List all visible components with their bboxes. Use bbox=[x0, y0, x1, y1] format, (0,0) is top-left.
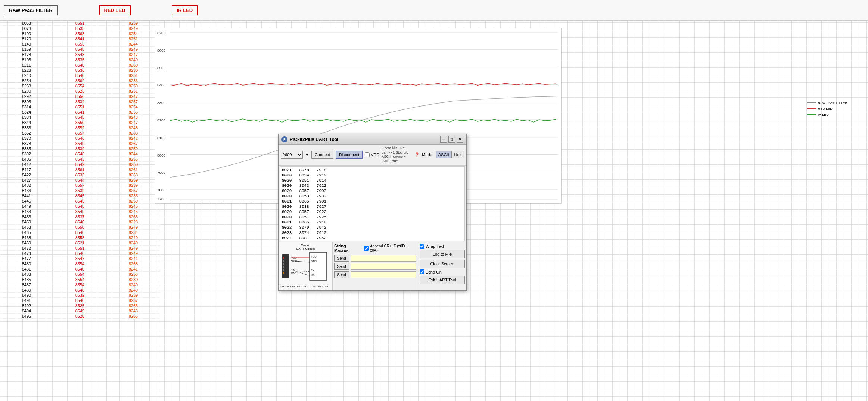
table-row: 8532 bbox=[53, 293, 106, 298]
list-item: 802480817952 bbox=[282, 235, 463, 241]
table-row: 8378 bbox=[0, 141, 53, 146]
echo-on-checkbox[interactable] bbox=[420, 269, 424, 274]
table-row: 8230 bbox=[107, 68, 160, 73]
table-row: 8552 bbox=[53, 125, 106, 130]
table-row: 8494 bbox=[0, 308, 53, 314]
table-row: 8249 bbox=[107, 287, 160, 293]
macro-input-3[interactable] bbox=[351, 271, 416, 278]
table-row: 8254 bbox=[107, 104, 160, 109]
table-row: 8521 bbox=[53, 240, 106, 246]
uart-macros-panel: String Macros: Append CR+LF (x0D + x0A) … bbox=[333, 242, 418, 290]
table-row: 8230 bbox=[107, 277, 160, 282]
macro-row-3: Send bbox=[334, 271, 416, 278]
wrap-text-checkbox[interactable] bbox=[420, 244, 424, 249]
macro-input-1[interactable] bbox=[351, 255, 416, 262]
table-row: 8549 bbox=[53, 162, 106, 167]
circuit-connect-text: Connect PICkit 2 VDD & target VDD. bbox=[280, 285, 331, 288]
svg-text:GND: GND bbox=[311, 260, 317, 263]
table-row: 8255 bbox=[107, 109, 160, 115]
table-row: 8491 bbox=[0, 298, 53, 303]
table-row: 8543 bbox=[53, 52, 106, 57]
table-row: 8456 bbox=[0, 214, 53, 219]
table-row: 8540 bbox=[53, 298, 106, 303]
minimize-button[interactable]: ─ bbox=[440, 136, 447, 143]
table-row: 8539 bbox=[53, 146, 106, 151]
vdd-checkbox-label[interactable]: VDD bbox=[365, 152, 379, 157]
clear-screen-button[interactable]: Clear Screen bbox=[420, 260, 465, 268]
table-row: 8422 bbox=[0, 172, 53, 178]
table-row: 8556 bbox=[53, 94, 106, 99]
vdd-checkbox[interactable] bbox=[365, 152, 370, 157]
macro-row-2: Send bbox=[334, 263, 416, 270]
append-crlf-label[interactable]: Append CR+LF (x0D + x0A) bbox=[364, 244, 416, 252]
table-row: 8548 bbox=[53, 47, 106, 52]
macro-input-2[interactable] bbox=[351, 263, 416, 270]
table-row: 8554 bbox=[53, 272, 106, 277]
uart-window-buttons: ─ □ ✕ bbox=[440, 136, 463, 143]
table-row: 8385 bbox=[0, 146, 53, 151]
disconnect-button[interactable]: Disconnect bbox=[336, 151, 363, 159]
table-row: 8541 bbox=[53, 36, 106, 41]
table-row: 8239 bbox=[107, 293, 160, 298]
table-row: 8305 bbox=[0, 99, 53, 104]
table-row: 8292 bbox=[0, 94, 53, 99]
table-row: 8362 bbox=[0, 130, 53, 136]
table-row: 8259 bbox=[107, 146, 160, 151]
table-row: 8541 bbox=[53, 109, 106, 115]
macro-row-1: Send bbox=[334, 255, 416, 262]
table-row: 8265 bbox=[107, 314, 160, 319]
table-row: 8548 bbox=[53, 287, 106, 293]
table-row: 8240 bbox=[0, 73, 53, 78]
echo-on-label[interactable]: Echo On bbox=[420, 269, 465, 274]
table-row: 8256 bbox=[107, 157, 160, 162]
list-item: 802180787918 bbox=[282, 167, 463, 173]
table-row: 8251 bbox=[107, 89, 160, 94]
uart-title-icon: P bbox=[281, 136, 287, 142]
table-row: 8257 bbox=[107, 298, 160, 303]
close-button[interactable]: ✕ bbox=[457, 136, 463, 143]
table-row: 8525 bbox=[53, 303, 106, 308]
table-row: 8283 bbox=[107, 130, 160, 136]
connect-button[interactable]: Connect bbox=[311, 151, 333, 159]
list-item: 802080347912 bbox=[282, 173, 463, 178]
table-row: 8140 bbox=[0, 41, 53, 47]
table-row: 8280 bbox=[0, 89, 53, 94]
table-row: 8480 bbox=[0, 261, 53, 266]
table-row: 8251 bbox=[107, 36, 160, 41]
table-row: 8249 bbox=[107, 26, 160, 31]
table-row: 8243 bbox=[107, 115, 160, 120]
table-row: 8489 bbox=[0, 287, 53, 293]
svg-text:21: 21 bbox=[270, 202, 273, 203]
table-row: 8533 bbox=[53, 172, 106, 178]
table-row: 8540 bbox=[53, 73, 106, 78]
maximize-button[interactable]: □ bbox=[448, 136, 455, 143]
log-to-file-button[interactable]: Log to File bbox=[420, 250, 465, 258]
macro-send-2-button[interactable]: Send bbox=[334, 263, 349, 270]
table-row: 8544 bbox=[53, 178, 106, 183]
uart-info-text: 8 data bits - No parity - 1 Stop bit.ASC… bbox=[382, 146, 413, 164]
svg-rect-48 bbox=[283, 272, 284, 274]
wrap-text-label[interactable]: Wrap Text bbox=[420, 244, 465, 249]
table-row: 8492 bbox=[0, 303, 53, 308]
ascii-mode-button[interactable]: ASCII bbox=[436, 151, 452, 158]
svg-rect-46 bbox=[283, 266, 284, 268]
header-row: RAW PASS FILTER RED LED IR LED bbox=[0, 0, 868, 21]
table-row: 8545 bbox=[53, 193, 106, 198]
table-row: 8459 bbox=[0, 219, 53, 225]
svg-text:VDD: VDD bbox=[311, 256, 317, 258]
table-row: 8490 bbox=[0, 293, 53, 298]
table-row: 8427 bbox=[0, 178, 53, 183]
baud-rate-select[interactable]: 9600 19200 115200 bbox=[281, 151, 303, 159]
table-row: 8344 bbox=[0, 120, 53, 125]
exit-uart-button[interactable]: Exit UART Tool bbox=[420, 276, 465, 284]
macro-send-1-button[interactable]: Send bbox=[334, 255, 349, 262]
macro-send-3-button[interactable]: Send bbox=[334, 271, 349, 278]
list-item: 802380747910 bbox=[282, 230, 463, 235]
table-row: 8324 bbox=[0, 109, 53, 115]
table-row: 8235 bbox=[107, 193, 160, 198]
table-row: 8553 bbox=[53, 41, 106, 47]
table-row: 8432 bbox=[0, 183, 53, 188]
append-crlf-checkbox[interactable] bbox=[364, 246, 369, 251]
table-row: 8236 bbox=[107, 78, 160, 83]
hex-mode-button[interactable]: Hex bbox=[451, 151, 464, 158]
